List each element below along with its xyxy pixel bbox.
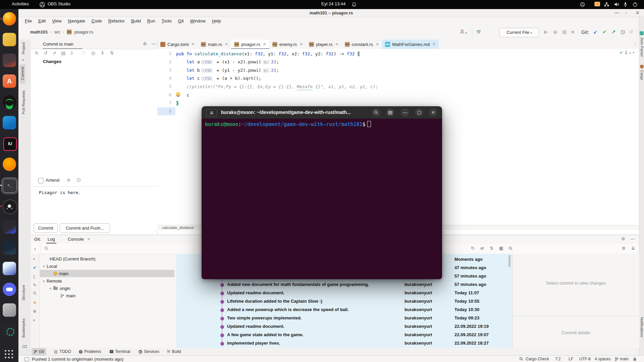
chevron-down-icon[interactable]: ▾	[466, 30, 467, 36]
sort-icon[interactable]: ⇅	[490, 246, 493, 251]
menu-item[interactable]: Code	[90, 18, 104, 24]
terminal-title-bar[interactable]: ⊞ buraks@moon: ~/development/game-dev-wi…	[202, 106, 442, 119]
line-number[interactable]: 4	[157, 76, 176, 81]
changes-group-label[interactable]: Changes	[43, 59, 61, 64]
git-commit-check-icon[interactable]: ✔	[602, 29, 607, 35]
run-configuration-select[interactable]: Current File ▾	[499, 28, 539, 37]
network-icon[interactable]	[604, 2, 609, 7]
draw-app-icon[interactable]	[3, 262, 16, 275]
tool-window-layout-icon[interactable]	[24, 357, 29, 361]
commit-row[interactable]: Added a new powerup which is decrease th…	[176, 306, 512, 314]
media-app-icon[interactable]	[3, 54, 16, 67]
editor-tab[interactable]: RSplayer.rs✕	[306, 40, 341, 49]
tab-log[interactable]: Log	[48, 237, 55, 242]
amend-label[interactable]: Amend	[46, 178, 59, 183]
status-message[interactable]: Pushed 1 commit to origin/main (moments …	[32, 357, 123, 362]
next-problem-icon[interactable]: ▾	[633, 51, 634, 54]
run-button[interactable]: ▶	[544, 29, 548, 35]
breadcrumb-file[interactable]: pisagor.rs	[74, 29, 93, 35]
expand-all-icon[interactable]: ⇕	[101, 50, 105, 56]
firefox-icon[interactable]	[3, 12, 16, 25]
zoom-icon[interactable]	[508, 246, 513, 251]
power-icon[interactable]	[633, 2, 638, 7]
breadcrumb-function[interactable]: calculate_distance	[162, 225, 194, 230]
menu-item[interactable]: Help	[210, 18, 223, 24]
git-push-icon[interactable]: ↗	[611, 29, 616, 35]
tool-stripe-json-parser[interactable]: Json Parser	[640, 37, 644, 58]
collapse-all-icon[interactable]: ⇅	[110, 50, 114, 56]
tool-stripe-project[interactable]: Project	[21, 42, 25, 56]
clock[interactable]: Eyl 24 13:44	[321, 1, 345, 6]
editor-tab[interactable]: MDMathForGames.md✕	[382, 40, 439, 49]
tool-stripe-pull-requests[interactable]: Pull Requests	[21, 90, 25, 116]
prev-problem-icon[interactable]: ▴	[629, 51, 631, 54]
focused-app-name[interactable]: OBS Studio	[48, 1, 70, 6]
terminal-menu-button[interactable]	[386, 108, 394, 117]
divider[interactable]	[513, 316, 639, 316]
cargo-icon[interactable]	[640, 65, 644, 68]
tool-tab-todo[interactable]: ▤ TODO	[52, 348, 73, 355]
code-line[interactable]: 5 //println!("Px,Py = {}:{}, Ex,Ey = {}:…	[157, 82, 378, 91]
commit-and-push-button[interactable]: Commit and Push...	[60, 223, 110, 233]
tool-window-switcher-icon[interactable]	[22, 345, 27, 349]
tool-stripe-notifications[interactable]: Notifications	[640, 317, 644, 339]
menu-item[interactable]: File	[23, 18, 34, 24]
close-tab-icon[interactable]: ✕	[87, 237, 90, 241]
minimize-button[interactable]: —	[614, 10, 619, 15]
menu-item[interactable]: Edit	[37, 18, 47, 24]
compare-branches-icon[interactable]: ⇄	[480, 246, 484, 251]
commit-button[interactable]: Commit	[34, 223, 58, 233]
presentation-settings-icon[interactable]: ⇊	[631, 246, 635, 251]
tool-tab-git[interactable]: Git	[32, 348, 46, 355]
commit-panel-title[interactable]: Commit to main	[43, 42, 73, 47]
menu-item[interactable]: View	[50, 18, 63, 24]
tool-stripe-commit[interactable]: Commit	[19, 64, 25, 84]
amend-checkbox[interactable]	[38, 178, 44, 183]
spotify-icon[interactable]	[3, 95, 16, 109]
tool-stripe-bookmarks[interactable]: Bookmarks	[21, 318, 25, 339]
more-chevrons-icon[interactable]: »	[33, 317, 35, 322]
vscode-icon[interactable]	[3, 116, 16, 129]
rollback-icon[interactable]: ↺	[629, 29, 633, 35]
editor-tab[interactable]: RSconstant.rs✕	[342, 40, 382, 49]
status-encoding[interactable]: UTF-8	[579, 357, 591, 361]
chevron-down-icon[interactable]: ▾	[43, 264, 45, 268]
microphone-icon[interactable]	[623, 2, 628, 7]
terminal-maximize-button[interactable]	[415, 108, 423, 117]
tree-item-remote[interactable]: ▾ Remote	[43, 277, 62, 285]
game-app-icon[interactable]	[3, 241, 16, 254]
commit-row[interactable]: Updated readme document.buraksenyurt22.0…	[176, 322, 512, 331]
breadcrumb-src[interactable]: src	[54, 29, 60, 35]
search-icon[interactable]	[33, 291, 37, 295]
menu-item[interactable]: Run	[146, 18, 157, 24]
tree-item-head[interactable]: HEAD (Current Branch)	[50, 255, 96, 262]
tool-tab-terminal[interactable]: › Terminal	[107, 348, 132, 355]
code-line[interactable]: 1pub fn calculate_distance(x1: f32, y1: …	[157, 50, 378, 58]
status-line-separator[interactable]: LF	[569, 357, 573, 361]
files-app-icon[interactable]	[3, 33, 16, 46]
commit-row[interactable]: A few game state added to the game.burak…	[176, 331, 512, 339]
commit-row[interactable]: Implemented player lives.buraksenyurt22.…	[176, 339, 512, 348]
editor-tab[interactable]: RSpisagor.rs✕	[231, 40, 269, 49]
settings-gear-icon[interactable]: ⚙	[143, 41, 147, 46]
forward-icon[interactable]: ⇗	[52, 50, 56, 56]
pen-app-icon[interactable]	[3, 158, 16, 171]
tree-item-origin[interactable]: ▾ origin	[50, 285, 70, 292]
edit-icon[interactable]: ✎	[33, 283, 37, 288]
line-number[interactable]: 3	[157, 68, 176, 72]
build-hammer-icon[interactable]: ⚒	[476, 29, 481, 35]
line-number[interactable]: 6	[157, 93, 176, 97]
menu-item[interactable]: Build	[129, 18, 143, 24]
code-line[interactable]: 7}	[157, 99, 378, 107]
menu-item[interactable]: Window	[189, 18, 207, 24]
status-cargo-check[interactable]: Cargo Check	[526, 357, 549, 361]
code-line[interactable]: 3 let b:f32 = (y1 - y2).powi(n:2);	[157, 66, 378, 74]
layout-grid-icon[interactable]: ▦	[499, 246, 503, 251]
chevron-down-icon[interactable]: ▾	[50, 287, 51, 290]
check-icon[interactable]: ✔	[33, 265, 37, 270]
obs-tray-icon[interactable]	[580, 2, 585, 7]
delete-icon[interactable]: ▯	[33, 274, 35, 279]
commit-history-icon[interactable]	[76, 178, 81, 182]
code-line[interactable]: 4 let c:f32 = (a + b).sqrt();	[157, 74, 378, 83]
menu-item[interactable]: Navigate	[66, 18, 87, 24]
